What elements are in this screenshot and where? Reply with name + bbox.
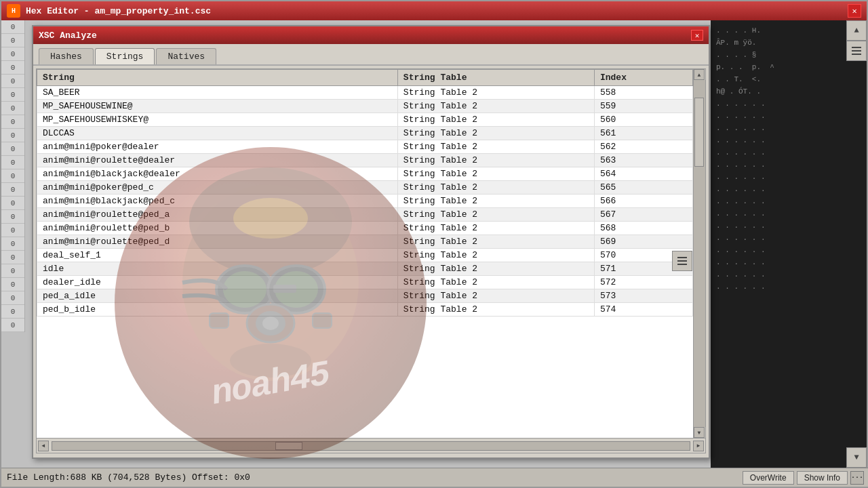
table-row[interactable]: MP_SAFEHOUSEWHISKEY@String Table 2560 [37,113,693,127]
status-bar: File Length:688 KB (704,528 Bytes) Offse… [1,468,868,487]
offset-cell: 0 [1,61,24,75]
hex-line: . . . . . . [716,134,865,146]
table-row[interactable]: anim@mini@roulette@ped_aString Table 256… [37,208,693,222]
cell-string-table: String Table 2 [397,100,594,113]
dialog-title: XSC Analyze [39,30,97,41]
h-scroll-left-btn[interactable]: ◄ [38,441,49,451]
hex-text-area: . . . . H. ÂP. m ÿö. . . . . § p. . . p.… [711,22,867,296]
hex-line: . . . . . . [716,256,865,268]
hex-line: . . . . . . [716,146,865,159]
offset-cell: 0 [1,75,24,88]
table-content-area: noah45 String String Table [33,66,709,456]
cell-string: deal_self_1 [37,249,398,262]
tab-hashes[interactable]: Hashes [39,48,94,64]
hex-menu-button[interactable] [846,41,867,61]
hex-line: . . . . . . [716,207,865,220]
cell-string-table: String Table 2 [397,303,594,317]
hex-line: . . . . . . [716,268,865,281]
table-row[interactable]: anim@mini@roulette@ped_bString Table 256… [37,222,693,235]
table-row[interactable]: anim@mini@blackjack@dealerString Table 2… [37,167,693,181]
status-text: File Length:688 KB (704,528 Bytes) Offse… [7,472,250,483]
cell-string-table: String Table 2 [397,195,594,208]
hex-line: . . . . . . [716,110,865,122]
tabs-bar: Hashes Strings Natives [33,44,709,66]
dialog-close-button[interactable]: ✕ [691,30,703,41]
table-row[interactable]: anim@mini@roulette@ped_dString Table 256… [37,235,693,249]
scroll-down-btn[interactable]: ▼ [694,427,705,438]
cell-string: MP_SAFEHOUSEWHISKEY@ [37,113,398,127]
table-row[interactable]: anim@mini@blackjack@ped_cString Table 25… [37,195,693,208]
hex-title-bar: H Hex Editor - am_mp_property_int.csc ✕ [1,1,867,20]
table-row[interactable]: DLCCASString Table 2561 [37,127,693,140]
hex-right-panel: ▲ . . . . H. ÂP. m ÿö. . . . . § p. . . … [711,20,867,468]
table-row[interactable]: anim@mini@poker@ped_cString Table 2565 [37,181,693,195]
status-buttons: OverWrite Show Info ··· [743,471,864,485]
table-menu-button[interactable] [672,251,692,271]
tab-strings[interactable]: Strings [95,48,155,64]
cell-string: anim@mini@poker@ped_c [37,181,398,195]
menu-line-2 [852,50,861,52]
scroll-down-button[interactable]: ▼ [846,447,867,468]
menu-line-1 [852,47,861,48]
cell-index: 574 [594,303,692,317]
offset-cell: 0 [1,197,24,210]
scroll-track [694,80,705,427]
table-row[interactable]: dealer_idleString Table 2572 [37,276,693,289]
cell-string: anim@mini@blackjack@dealer [37,167,398,181]
table-row[interactable]: MP_SAFEHOUSEWINE@String Table 2559 [37,100,693,113]
cell-string-table: String Table 2 [397,154,594,167]
hex-line: . . . . . . [716,171,865,183]
hex-line: . . . . . . [716,220,865,232]
cell-string: MP_SAFEHOUSEWINE@ [37,100,398,113]
offset-cell: 0 [1,319,24,332]
xsc-title-bar: XSC Analyze ✕ [33,26,709,44]
hex-line: . . . . . . [716,183,865,195]
table-row[interactable]: anim@mini@roulette@dealerString Table 25… [37,154,693,167]
offset-cell: 0 [1,183,24,197]
offset-cell: 0 [1,224,24,237]
hex-line: . . . . . . [716,122,865,134]
cell-string: anim@mini@roulette@dealer [37,154,398,167]
cell-index: 564 [594,167,692,181]
offset-cell: 0 [1,169,24,183]
cell-index: 562 [594,140,692,154]
column-header-string: String [37,70,398,86]
cell-string-table: String Table 2 [397,208,594,222]
cell-index: 569 [594,235,692,249]
cell-index: 566 [594,195,692,208]
offset-cell: 0 [1,20,24,34]
extra-btn[interactable]: ··· [850,471,864,485]
cell-index: 560 [594,113,692,127]
cell-string-table: String Table 2 [397,140,594,154]
cell-string-table: String Table 2 [397,222,594,235]
menu-line-3 [852,54,861,55]
offset-cell: 0 [1,129,24,142]
tab-natives[interactable]: Natives [156,48,216,64]
vertical-scrollbar[interactable]: ▲ ▼ [693,69,705,438]
cell-string-table: String Table 2 [397,235,594,249]
h-scroll-right-btn[interactable]: ► [693,441,704,451]
cell-string: idle [37,262,398,276]
scroll-up-btn[interactable]: ▲ [694,69,705,80]
column-header-index: Index [594,70,692,86]
hex-line: ÂP. m ÿö. [716,37,865,49]
overwrite-button[interactable]: OverWrite [743,471,794,485]
hex-line: . . . . . . [716,232,865,244]
h-scroll-thumb[interactable] [275,442,302,450]
offset-cell: 0 [1,210,24,224]
horizontal-scrollbar: ◄ ► [36,439,706,453]
window-close-button[interactable]: ✕ [848,4,861,18]
table-row[interactable]: ped_b_idleString Table 2574 [37,303,693,317]
table-row[interactable]: anim@mini@poker@dealerString Table 2562 [37,140,693,154]
table-row[interactable]: SA_BEERString Table 2558 [37,86,693,100]
table-row[interactable]: ped_a_idleString Table 2573 [37,289,693,303]
show-info-button[interactable]: Show Info [797,471,848,485]
scroll-up-button[interactable]: ▲ [846,20,867,41]
hex-line: . . . . . . [716,281,865,293]
column-header-string-table: String Table [397,70,594,86]
cell-string: ped_b_idle [37,303,398,317]
table-row[interactable]: deal_self_1String Table 2570 [37,249,693,262]
table-scroll-container: String String Table Index [37,69,693,438]
scroll-thumb[interactable] [694,98,704,167]
table-row[interactable]: idleString Table 2571 [37,262,693,276]
